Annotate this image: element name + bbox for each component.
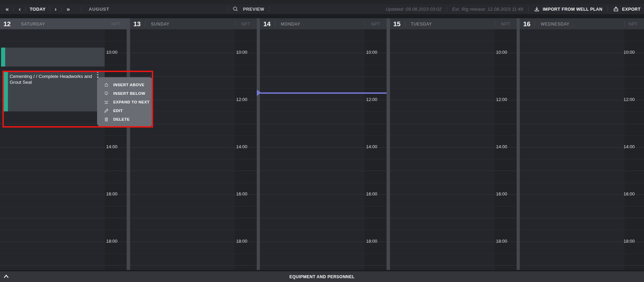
toolbar-separator: [81, 7, 81, 12]
first-page-button[interactable]: «: [4, 4, 10, 14]
next-button[interactable]: ›: [54, 4, 58, 14]
grid-line: [520, 218, 644, 218]
day-content-area[interactable]: 10:0012:0014:0016:0018:00: [260, 29, 387, 270]
grid-line: [520, 124, 644, 124]
selected-calendar-event[interactable]: Cementing / / Complete Headworks and Gro…: [4, 72, 105, 111]
header-separator: [145, 21, 145, 26]
grid-line: [130, 65, 257, 65]
edit-icon: [104, 108, 109, 113]
column-divider: [387, 18, 390, 270]
import-from-well-plan-button[interactable]: IMPORT FROM WELL PLAN: [534, 6, 602, 12]
toolbar-separator: [528, 7, 529, 12]
preview-button[interactable]: PREVIEW: [243, 7, 264, 12]
day-content-area[interactable]: 10:0012:0014:0016:0018:00: [520, 29, 644, 270]
grid-line: [520, 135, 644, 136]
context-menu-item-expand-to-next[interactable]: EXPAND TO NEXT: [97, 98, 153, 106]
event-context-menu: INSERT ABOVE INSERT BELOW EXPAND TO NEXT…: [97, 77, 153, 127]
grid-line: [520, 159, 644, 159]
grid-line: [520, 171, 644, 171]
insert-below-icon: [104, 91, 109, 96]
export-button[interactable]: EXPORT: [613, 6, 641, 12]
header-separator: [535, 21, 535, 26]
toolbar-navigation: « ‹ TODAY › » AUGUST: [4, 4, 109, 14]
toolbar-separator: [50, 7, 50, 12]
delete-icon: [104, 117, 109, 122]
grid-line: [130, 135, 257, 136]
grid-line: [0, 171, 127, 171]
time-label: 18:00: [487, 239, 507, 244]
time-label: 16:00: [227, 191, 247, 197]
grid-line: [260, 230, 387, 230]
day-name: MONDAY: [281, 22, 300, 27]
grid-line: [0, 41, 127, 41]
grid-line: [260, 135, 387, 136]
time-label: 16:00: [357, 191, 377, 197]
day-content-area[interactable]: 10:0012:0014:0016:0018:00: [390, 29, 517, 270]
context-menu-item-edit[interactable]: EDIT: [97, 106, 153, 115]
grid-line: [260, 206, 387, 207]
column-divider: [127, 18, 130, 270]
day-column-wednesday: 16 WEDNESDAY NPT 10:0012:0014:0016:0018:…: [520, 18, 644, 270]
grid-line: [390, 265, 517, 265]
toolbar-separator: [13, 7, 14, 12]
equipment-and-personnel-bar[interactable]: EQUIPMENT AND PERSONNEL: [0, 271, 644, 282]
grid-line: [390, 135, 517, 136]
grid-line: [390, 206, 517, 207]
npt-separator: [105, 21, 105, 26]
day-name: TUESDAY: [411, 22, 432, 27]
npt-column: [495, 29, 517, 270]
day-number: 15: [393, 20, 401, 28]
grid-line: [520, 77, 644, 77]
npt-column-label: NPT: [241, 22, 250, 27]
grid-line: [260, 159, 387, 159]
npt-column-label: NPT: [112, 22, 120, 27]
grid-line: [0, 253, 127, 254]
grid-line: [520, 183, 644, 183]
npt-column: [235, 29, 257, 270]
grid-line: [390, 253, 517, 254]
grid-line: [390, 65, 517, 65]
time-label: 10:00: [227, 50, 247, 55]
grid-line: [0, 135, 127, 136]
toolbar-separator: [228, 7, 228, 12]
grid-line: [520, 41, 644, 41]
expand-to-next-icon: [104, 99, 109, 105]
grid-line: [260, 265, 387, 265]
download-icon: [534, 6, 540, 12]
day-number: 16: [523, 20, 530, 28]
npt-separator: [235, 21, 235, 26]
context-menu-item-insert-above[interactable]: INSERT ABOVE: [97, 80, 153, 89]
grid-line: [0, 159, 127, 159]
context-menu-item-delete[interactable]: DELETE: [97, 115, 153, 123]
grid-line: [130, 218, 257, 218]
time-label: 10:00: [614, 50, 635, 55]
grid-line: [130, 253, 257, 254]
toolbar-separator: [447, 7, 447, 12]
grid-line: [520, 112, 644, 112]
grid-line: [130, 183, 257, 183]
grid-line: [390, 183, 517, 183]
context-menu-item-insert-below[interactable]: INSERT BELOW: [97, 89, 153, 98]
today-button[interactable]: TODAY: [30, 7, 46, 12]
grid-line: [390, 77, 517, 77]
grid-line: [390, 218, 517, 218]
day-column-monday: 14 MONDAY NPT 10:0012:0014:0016:0018:00: [260, 18, 387, 270]
grid-line: [260, 77, 387, 77]
grid-line: [130, 41, 257, 41]
day-name: WEDNESDAY: [541, 22, 570, 27]
toolbar-separator: [269, 7, 269, 12]
time-label: 14:00: [97, 144, 117, 150]
grid-line: [520, 88, 644, 89]
column-divider: [257, 18, 260, 270]
time-label: 14:00: [487, 144, 507, 150]
time-label: 16:00: [614, 191, 635, 197]
npt-column: [105, 29, 127, 270]
toolbar-separator: [25, 7, 26, 12]
last-page-button[interactable]: »: [65, 4, 71, 14]
time-marker-line: [261, 92, 387, 94]
grid-line: [520, 230, 644, 230]
previous-button[interactable]: ‹: [18, 4, 22, 14]
grid-line: [390, 124, 517, 124]
day-content-area[interactable]: 10:0012:0014:0016:0018:00: [130, 29, 257, 270]
calendar-event[interactable]: [1, 48, 105, 67]
